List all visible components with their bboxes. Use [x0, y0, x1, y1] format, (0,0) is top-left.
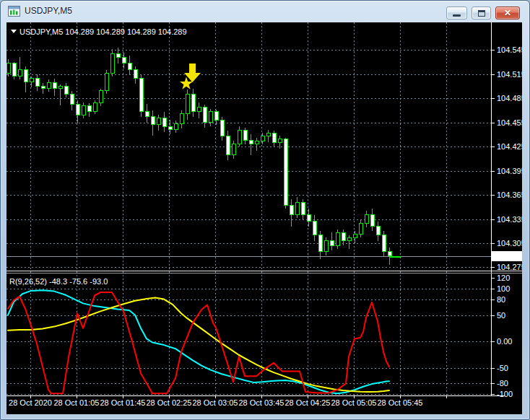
candle-body [376, 227, 380, 235]
time-axis-label: 28 Oct 05:05 [331, 398, 377, 407]
price-axis-label: 104.455 [497, 118, 522, 127]
time-axis-label: 28 Oct 01:45 [100, 398, 146, 407]
candle-body [30, 78, 33, 82]
candle-body [249, 140, 253, 144]
candle-body [162, 118, 166, 126]
candle-body [58, 86, 62, 88]
candle-body [324, 241, 328, 252]
candle-body [186, 94, 189, 113]
price-axis-label: 104.515 [497, 70, 522, 79]
candle-body [191, 94, 195, 112]
candle-body [209, 112, 212, 123]
restore-button[interactable] [472, 6, 491, 19]
close-icon: ✕ [504, 9, 511, 17]
indicator-axis-label: 120 [497, 274, 510, 282]
candle-body [168, 126, 172, 129]
candle-body [41, 86, 45, 88]
candle-body [214, 112, 218, 120]
candle-body [122, 57, 126, 64]
chart-window-icon [8, 6, 20, 17]
candle-body [232, 144, 235, 155]
time-axis-label: 28 Oct 04:25 [285, 398, 331, 407]
candle-body [261, 136, 264, 141]
price-axis-label: 104.485 [497, 94, 522, 102]
indicator-axis-label: 100 [497, 284, 510, 293]
chart-window: USDJPY,M5 ✕ 104.289 104.545104.515104.48… [0, 0, 530, 420]
minimize-button[interactable] [446, 6, 467, 19]
restore-icon [478, 10, 485, 17]
candle-body [278, 139, 282, 142]
candle-body [238, 131, 241, 144]
candle-body [145, 112, 149, 117]
price-axis-label: 104.545 [497, 45, 522, 54]
candle-body [226, 136, 230, 154]
ohlc-header: USDJPY,M5 104.289 104.289 104.289 104.28… [19, 27, 187, 36]
price-axis-label: 104.275 [497, 263, 522, 271]
chart-canvas[interactable]: 104.289 104.545104.515104.485104.455104.… [6, 22, 522, 414]
candle-body [203, 107, 207, 122]
candle-body [12, 64, 16, 76]
candle-body [359, 223, 362, 235]
candle-body [290, 206, 293, 215]
time-axis-label: 28 Oct 02:25 [147, 398, 192, 407]
candle-body [365, 215, 368, 223]
candle-body [47, 83, 51, 89]
candle-body [307, 215, 310, 222]
candle-body [180, 113, 183, 124]
time-axis-label: 28 Oct 01:05 [54, 398, 100, 407]
candle-body [174, 124, 178, 130]
time-axis-label: 28 Oct 03:45 [239, 398, 284, 407]
candle-body [157, 118, 160, 125]
indicator-line-R-9 [8, 292, 389, 393]
candle-body [243, 131, 247, 140]
close-button[interactable]: ✕ [495, 6, 520, 19]
candle-body [70, 94, 74, 105]
candle-body [87, 105, 91, 112]
bid-line: 104.289 [6, 251, 522, 261]
candle-body [330, 241, 334, 246]
candle-body [134, 70, 137, 78]
candle-body [313, 222, 316, 235]
window-controls: ✕ [446, 6, 520, 19]
candle-body [342, 232, 345, 240]
titlebar[interactable]: USDJPY,M5 ✕ [1, 1, 529, 22]
candle-body [272, 133, 276, 142]
chart-area[interactable]: 104.289 104.545104.515104.485104.455104.… [6, 22, 522, 414]
candle-body [110, 54, 114, 74]
candle-body [93, 103, 97, 112]
price-axis-label: 104.395 [497, 167, 522, 175]
window-title: USDJPY,M5 [25, 6, 72, 16]
time-axis-label: 28 Oct 05:45 [378, 398, 423, 407]
price-axis-label: 104.305 [497, 239, 522, 248]
quick-nav-arrow-icon[interactable] [11, 30, 17, 33]
chart-frame [6, 22, 522, 396]
gridlines [6, 22, 491, 395]
candle-body [347, 237, 351, 240]
candle-body [318, 235, 322, 251]
candle-body [76, 105, 79, 115]
current-price-text: 104.289 [494, 253, 522, 261]
time-axis-label: 28 Oct 03:05 [193, 398, 238, 407]
annotations [180, 64, 201, 89]
axis-labels: 104.545104.515104.485104.455104.425104.3… [9, 45, 522, 407]
price-axis-label: 104.365 [497, 191, 522, 199]
candle-body [53, 83, 56, 89]
indicator-axis-label: 50 [497, 311, 505, 320]
candle-body [370, 215, 374, 227]
indicator-header: R(9,26,52) -48.3 -75.6 -93.0 [9, 277, 108, 286]
candle-body [336, 232, 339, 245]
candle-body [24, 70, 27, 82]
candle-body [353, 235, 357, 237]
candle-body [18, 70, 22, 76]
candle-body [139, 78, 143, 112]
minimize-icon [453, 14, 461, 17]
indicator-axis-label: -100 [497, 390, 513, 398]
candle-body [220, 120, 224, 136]
price-axis-label: 104.335 [497, 215, 522, 224]
candle-body [295, 202, 299, 215]
candle-body [197, 107, 201, 112]
candle-body [128, 64, 131, 70]
candle-body [388, 251, 391, 256]
candle-body [116, 54, 120, 57]
candle-body [151, 117, 155, 125]
